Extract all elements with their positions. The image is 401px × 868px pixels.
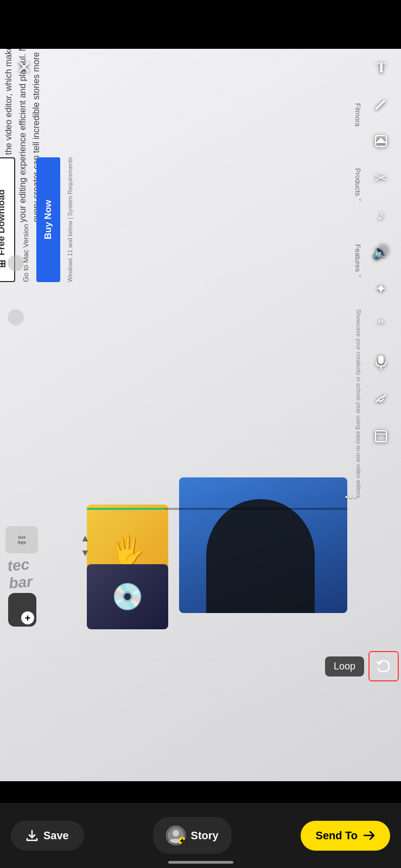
send-to-button[interactable]: Send To: [301, 821, 390, 851]
story-label: Story: [191, 829, 219, 842]
link-icon: [373, 392, 389, 407]
top-bar: [0, 0, 401, 49]
svg-point-6: [173, 830, 179, 837]
arrow-down: ▼: [80, 547, 90, 559]
timeline-bar: [87, 508, 347, 510]
sticker-icon: [373, 133, 389, 149]
music-tool-btn[interactable]: ♪: [368, 202, 394, 228]
plus-icon: +: [21, 611, 34, 624]
save-button[interactable]: Save: [11, 821, 84, 851]
arrow-indicators: ▲ ▼: [80, 533, 90, 559]
svg-rect-3: [375, 431, 386, 442]
quote-icon: ": [378, 317, 384, 334]
close-icon: ✕: [17, 57, 31, 78]
crop-tool-btn[interactable]: [368, 423, 394, 449]
system-req: Windows 11 and below | System Requiremen…: [67, 157, 73, 282]
free-download-label: Free Download: [0, 189, 7, 256]
tecbar-watermark: tecbar: [7, 556, 33, 592]
avatar-icon: [166, 826, 186, 845]
crop-icon: [373, 429, 389, 444]
save-label: Save: [43, 829, 69, 842]
send-label: Send To: [316, 829, 358, 842]
person-silhouette: [206, 499, 315, 613]
bottom-bar: Save Story Send To: [0, 803, 401, 868]
star-tool-btn[interactable]: ✦: [368, 276, 394, 302]
sticker-tool-btn[interactable]: [368, 128, 394, 154]
story-button[interactable]: Story: [153, 817, 232, 854]
home-indicator: [168, 861, 233, 864]
more-options[interactable]: ···: [345, 490, 358, 505]
thumb-cd: 💿: [87, 564, 168, 629]
loop-area: Loop: [282, 646, 401, 700]
loop-icon: [375, 658, 392, 675]
mic-icon: [374, 354, 388, 371]
draw-tool-btn[interactable]: [368, 91, 394, 117]
scissors-tool-btn[interactable]: ✂: [368, 165, 394, 191]
page-photo-area: 🖐 💿 ▲ ▼ ···: [0, 456, 401, 629]
mic-tool-btn[interactable]: [368, 349, 394, 375]
thumb-person: [179, 477, 347, 613]
buy-now-btn[interactable]: Buy Now: [36, 157, 60, 282]
volume-icon: 🔊: [372, 244, 390, 260]
getapp-badge: GetApp: [5, 526, 38, 553]
timeline-progress: [87, 508, 165, 510]
pencil-icon: [373, 97, 389, 112]
scissors-icon: ✂: [375, 170, 387, 187]
add-media-btn[interactable]: +: [8, 593, 36, 627]
close-button[interactable]: ✕: [11, 54, 37, 80]
svg-rect-1: [378, 355, 384, 364]
star-icon: ✦: [375, 280, 387, 297]
loop-tooltip: Loop: [325, 656, 364, 676]
save-icon: [26, 829, 38, 841]
side-label-features: Features ˅: [354, 244, 362, 278]
send-arrow-icon: [363, 829, 375, 841]
text-tool-btn[interactable]: 𝐓: [368, 54, 394, 80]
story-avatar: [166, 826, 186, 845]
right-toolbar: 𝐓 ✂ ♪ 🔊 ✦ ": [365, 54, 397, 449]
arrow-up: ▲: [80, 533, 90, 544]
side-label-filmora: Filmora: [354, 103, 362, 126]
side-label-products: Products ˅: [354, 168, 362, 202]
text-icon: 𝐓: [377, 59, 386, 76]
music-icon: ♪: [378, 207, 385, 224]
win-icon-small: ⊞: [0, 260, 8, 268]
quote-tool-btn[interactable]: ": [368, 312, 394, 339]
volume-tool-btn[interactable]: 🔊: [368, 239, 394, 265]
nav-circle-2: [8, 309, 24, 326]
nav-circle-1: [8, 255, 24, 271]
link-tool-btn[interactable]: [368, 386, 394, 412]
loop-btn[interactable]: [368, 651, 399, 681]
